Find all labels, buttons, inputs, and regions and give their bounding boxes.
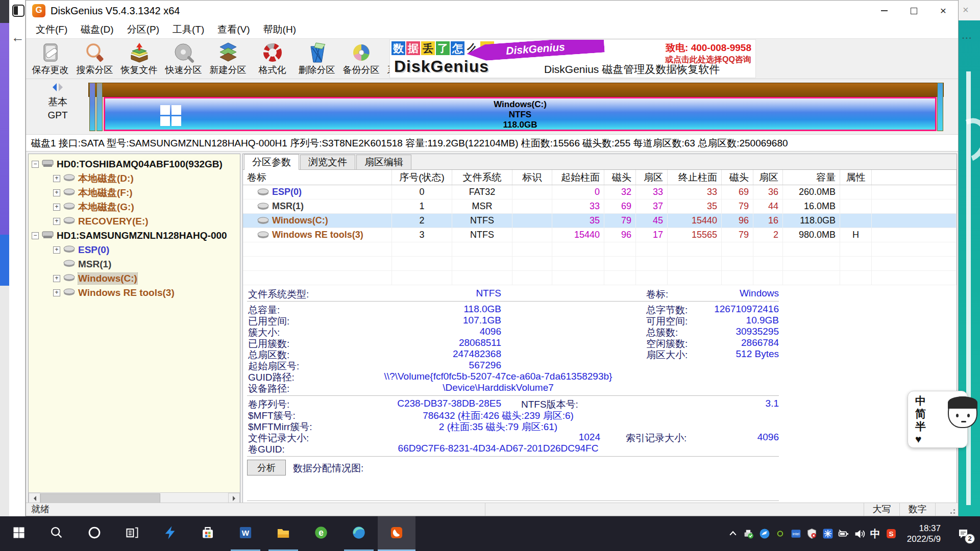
ime-status-widget[interactable]: 中简半♥	[908, 391, 968, 448]
volume-icon[interactable]	[853, 528, 866, 540]
toolbar-quick-button[interactable]: 快速分区	[161, 39, 206, 79]
tree-item-windows-re-tools-3-[interactable]: +Windows RE tools(3)	[29, 286, 240, 300]
ime-language-indicator[interactable]: 中	[869, 528, 881, 540]
taskbar-search-button[interactable]	[38, 516, 76, 551]
scrollbar-thumb[interactable]	[40, 493, 160, 504]
tree-item-esp-0-[interactable]: +ESP(0)	[29, 243, 240, 257]
toolbar-newpart-button[interactable]: 新建分区	[206, 39, 250, 79]
taskbar-clock[interactable]: 18:37 2022/5/9	[907, 523, 941, 544]
tree-item--f-[interactable]: +本地磁盘(F:)	[29, 186, 240, 200]
taskbar-flash-app-button[interactable]	[151, 516, 189, 551]
resize-grip[interactable]	[936, 503, 958, 516]
tree-item-label: 本地磁盘(D:)	[78, 172, 134, 185]
disk-overview-panel: 基本 GPT Windows(C:) NTFS 118.0GB	[26, 79, 958, 134]
plus-expander-icon[interactable]: +	[53, 218, 60, 225]
empty-table-row	[243, 271, 957, 285]
empty-cell	[840, 242, 872, 256]
recover-icon	[128, 42, 151, 63]
tab-partition-params[interactable]: 分区参数	[244, 154, 299, 170]
tab-browse-files[interactable]: 浏览文件	[300, 155, 355, 169]
toolbar-recover-button[interactable]: 恢复文件	[117, 39, 161, 79]
table-cell: 15565	[668, 228, 722, 242]
taskbar-start-button[interactable]	[0, 516, 38, 551]
menu-file[interactable]: 文件(F)	[29, 23, 74, 36]
table-row-esp-0-[interactable]: ESP(0)0FAT3203233336936260.0MB	[243, 185, 957, 199]
tree-item-hd0-toshibamq04abf100-932gb-[interactable]: −HD0:TOSHIBAMQ04ABF100(932GB)	[29, 157, 240, 171]
taskbar-task-view-button[interactable]	[113, 516, 151, 551]
next-disk-icon[interactable]	[59, 83, 67, 91]
tree-item-recovery-e-[interactable]: +RECOVERY(E:)	[29, 214, 240, 229]
tree-item-msr-1-[interactable]: MSR(1)	[29, 257, 240, 271]
taskbar-store-button[interactable]	[189, 516, 227, 551]
app-bird-icon[interactable]	[758, 528, 771, 540]
column-header: 扇区	[753, 170, 783, 185]
empty-cell	[452, 271, 512, 285]
menu-view[interactable]: 查看(V)	[211, 23, 256, 36]
partition-block-esp[interactable]	[89, 83, 95, 131]
toolbar-delete-button[interactable]: 删除分区	[295, 39, 339, 79]
partition-block-windows-c[interactable]: Windows(C:) NTFS 118.0GB	[104, 97, 937, 131]
detail-value: 567296	[335, 360, 501, 371]
taskbar-word-button[interactable]: W	[227, 516, 264, 551]
plus-expander-icon[interactable]: +	[53, 189, 60, 196]
toolbar-save-button[interactable]: 保存更改	[28, 39, 72, 79]
taskview-icon	[125, 525, 139, 542]
plus-expander-icon[interactable]: +	[53, 175, 60, 182]
minimize-button[interactable]	[869, 1, 899, 21]
printer-icon[interactable]	[743, 528, 755, 540]
disk-icon	[42, 159, 54, 170]
diskgenius-window: DiskGenius V5.4.3.1342 x64 × 文件(F)磁盘(D)分…	[26, 0, 959, 516]
taskbar-edge-button[interactable]	[340, 516, 378, 551]
tree-item--g-[interactable]: +本地磁盘(G:)	[29, 200, 240, 214]
taskbar-diskgenius-button[interactable]	[378, 516, 415, 551]
plus-expander-icon[interactable]: +	[53, 289, 60, 296]
menu-partition[interactable]: 分区(P)	[120, 23, 166, 36]
plus-expander-icon[interactable]: +	[53, 204, 60, 211]
toolbar-format-button[interactable]: 格式化	[250, 39, 295, 79]
security-icon[interactable]	[806, 528, 818, 540]
ad-banner[interactable]: 数据丢了怎么! DiskGenius 致电: 400-008-9958 或点击此…	[389, 39, 756, 78]
notification-center-button[interactable]: 2	[949, 516, 977, 551]
tree-item--d-[interactable]: +本地磁盘(D:)	[29, 171, 240, 186]
toolbar-search-button[interactable]: 搜索分区	[72, 39, 117, 79]
tab-sector-edit[interactable]: 扇区编辑	[356, 155, 411, 169]
table-row-windows-c-[interactable]: Windows(C:)2NTFS357945154409616118.0GB	[243, 214, 957, 228]
maximize-button[interactable]	[899, 1, 928, 21]
menu-tools[interactable]: 工具(T)	[166, 23, 211, 36]
minus-expander-icon[interactable]: −	[32, 161, 39, 168]
partition-icon	[63, 217, 75, 227]
table-cell: 0	[552, 185, 604, 199]
taskbar-cortana-button[interactable]	[76, 516, 113, 551]
snowflake-icon[interactable]	[822, 528, 834, 540]
tray-expand-icon[interactable]	[727, 528, 739, 540]
table-cell: 33	[636, 185, 668, 199]
partition-block-re-tools[interactable]	[937, 83, 943, 131]
taskbar-browser-360-button[interactable]: e	[302, 516, 340, 551]
status-ready: 就绪	[26, 503, 485, 516]
partition-icon	[63, 203, 75, 212]
plus-expander-icon[interactable]: +	[53, 246, 60, 254]
analyze-button[interactable]: 分析	[247, 460, 286, 475]
taskbar-file-explorer-button[interactable]	[264, 516, 302, 551]
plus-expander-icon[interactable]: +	[53, 275, 60, 282]
sogou-icon[interactable]: S	[885, 528, 897, 540]
toolbar-backup-button[interactable]: 备份分区	[339, 39, 383, 79]
tree-item-windows-c-[interactable]: +Windows(C:)	[29, 271, 240, 286]
disk-header-band	[88, 83, 944, 97]
close-button[interactable]: ×	[928, 1, 958, 21]
battery-icon[interactable]	[838, 528, 850, 540]
table-row-windows-re-tools-3-[interactable]: Windows RE tools(3)3NTFS1544096171556579…	[243, 228, 957, 242]
menu-disk[interactable]: 磁盘(D)	[74, 23, 120, 36]
minus-expander-icon[interactable]: −	[32, 232, 39, 239]
table-row-msr-1-[interactable]: MSR(1)1MSR33693735794416.0MB	[243, 199, 957, 214]
separator-line	[247, 395, 779, 396]
word-icon: W	[238, 525, 253, 542]
prev-disk-icon[interactable]	[48, 83, 57, 91]
tree-item-hd1-samsungmznln128hahq-000[interactable]: −HD1:SAMSUNGMZNLN128HAHQ-000	[29, 229, 240, 243]
empty-cell	[604, 242, 636, 256]
intel-icon[interactable]: intel	[790, 528, 802, 540]
menu-help[interactable]: 帮助(H)	[257, 23, 303, 36]
empty-cell	[636, 271, 668, 285]
nvidia-icon[interactable]	[774, 528, 787, 540]
partition-block-msr[interactable]	[96, 83, 103, 131]
